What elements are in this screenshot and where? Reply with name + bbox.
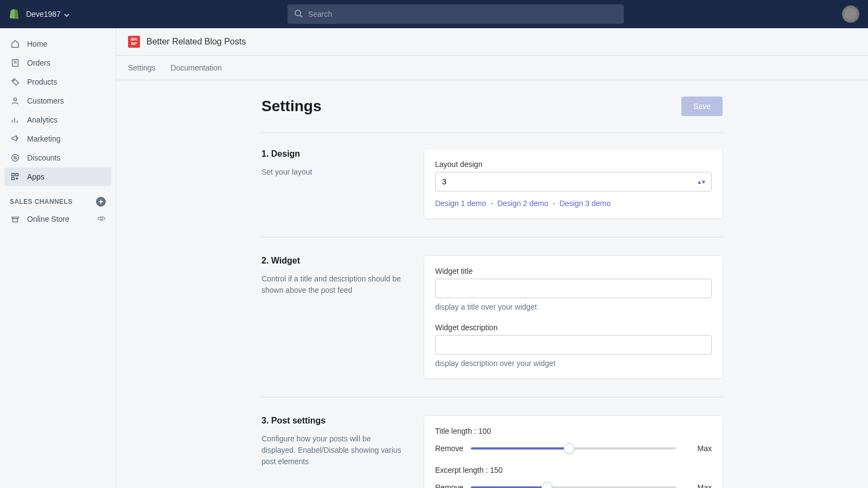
widget-title-input[interactable] [435,279,712,298]
chevron-down-icon [64,10,69,18]
sidebar-item-label: Home [27,40,47,48]
svg-point-12 [14,156,14,157]
search-icon [294,9,303,20]
svg-rect-21 [13,219,18,222]
slider-max-label: Max [682,444,712,453]
sidebar-item-label: Products [27,78,57,86]
add-channel-button[interactable] [96,197,106,207]
marketing-icon [10,133,21,144]
sidebar-item-label: Online Store [27,215,69,223]
search-box[interactable] [288,4,624,24]
widget-desc-label: Widget description [435,323,712,332]
avatar[interactable] [842,5,859,23]
sidebar-item-home[interactable]: Home [4,35,111,53]
svg-point-5 [13,80,14,81]
eye-icon[interactable] [97,215,106,223]
main: BR BP Better Related Blog Posts Settings… [116,28,868,488]
svg-point-6 [14,98,16,101]
orders-icon [10,57,21,68]
design-1-demo-link[interactable]: Design 1 demo [435,199,486,208]
svg-point-0 [295,10,301,16]
sidebar-section-title: SALES CHANNELS [10,198,73,206]
analytics-icon [10,114,21,125]
home-icon [10,38,21,49]
section-title: 2. Widget [261,256,403,266]
sidebar-item-label: Marketing [27,134,60,143]
sidebar-item-label: Analytics [27,115,58,124]
discounts-icon [10,152,21,163]
slider-thumb[interactable] [541,482,552,488]
sidebar-channel-online-store[interactable]: Online Store [4,210,111,228]
svg-rect-16 [12,177,15,180]
svg-line-1 [300,15,302,17]
app-title: Better Related Blog Posts [146,37,246,47]
customers-icon [10,95,21,106]
section-title: 1. Design [261,149,403,159]
title-length-label: Title length : 100 [435,427,712,435]
excerpt-length-slider[interactable] [471,482,676,488]
slider-thumb[interactable] [564,443,575,454]
sidebar-item-customers[interactable]: Customers [4,92,111,110]
slider-max-label: Max [682,483,712,488]
section-design: 1. Design Set your layout Layout design … [261,149,723,237]
section-post-settings: 3. Post settings Configure how your post… [261,416,723,488]
svg-point-22 [100,217,103,220]
section-desc: Configure how your posts will be display… [261,433,403,467]
sidebar-item-analytics[interactable]: Analytics [4,111,111,129]
tab-settings[interactable]: Settings [128,63,156,72]
sidebar-item-apps[interactable]: Apps [4,168,111,186]
sidebar-item-label: Customers [27,97,64,105]
store-switcher[interactable]: Deve1987 [26,10,69,18]
tab-documentation[interactable]: Documentation [171,63,222,72]
slider-min-label: Remove [435,444,464,453]
widget-title-help: display a title over your widget [435,303,712,311]
widget-desc-help: display description over your widget [435,359,712,368]
section-desc: Set your layout [261,166,403,178]
design-3-demo-link[interactable]: Design 3 demo [559,199,610,208]
sidebar-item-products[interactable]: Products [4,73,111,91]
sidebar-item-label: Apps [27,172,44,181]
excerpt-length-label: Excerpt length : 150 [435,466,712,474]
section-widget: 2. Widget Control if a title and descrip… [261,256,723,397]
tabs: Settings Documentation [116,56,868,80]
section-title: 3. Post settings [261,416,403,426]
title-length-slider[interactable] [471,443,676,454]
plus-icon [98,199,104,204]
sidebar-item-label: Discounts [27,153,60,162]
sidebar-item-label: Orders [27,59,50,67]
sidebar-item-marketing[interactable]: Marketing [4,130,111,148]
app-header: BR BP Better Related Blog Posts [116,28,868,56]
widget-desc-input[interactable] [435,335,712,355]
section-desc: Control if a title and description shoul… [261,273,403,296]
widget-title-label: Widget title [435,267,712,275]
shopify-logo-icon [9,8,21,21]
svg-rect-15 [16,174,18,176]
search-input[interactable] [308,10,617,18]
products-icon [10,76,21,87]
layout-design-label: Layout design [435,160,712,169]
svg-point-13 [16,158,16,159]
svg-rect-14 [12,174,15,176]
store-name-label: Deve1987 [26,10,61,18]
layout-design-select[interactable]: 3 [435,172,712,191]
app-logo-icon: BR BP [128,36,140,48]
save-button[interactable]: Save [681,97,723,116]
sidebar-item-discounts[interactable]: Discounts [4,149,111,167]
slider-min-label: Remove [435,483,464,488]
demo-links: Design 1 demo - Design 2 demo - Design 3… [435,199,712,208]
apps-icon [10,171,21,182]
sidebar-item-orders[interactable]: Orders [4,54,111,72]
page-title: Settings [261,98,321,115]
design-2-demo-link[interactable]: Design 2 demo [497,199,548,208]
topbar: Deve1987 [0,0,868,28]
sidebar: Home Orders Products Customers Analytics… [0,28,116,488]
store-icon [10,214,21,224]
